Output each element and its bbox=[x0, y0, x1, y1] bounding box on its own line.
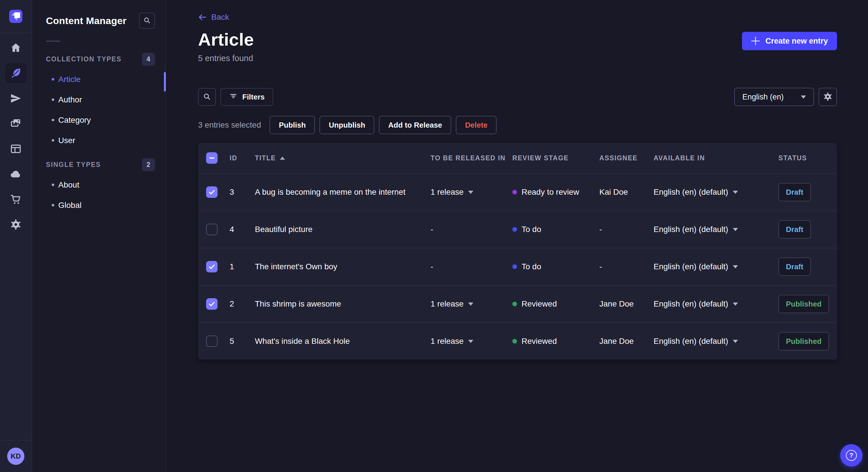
status-badge: Draft bbox=[778, 220, 811, 239]
cell-assignee: - bbox=[599, 262, 654, 271]
gear-icon bbox=[823, 92, 833, 102]
sidebar-item-label: Category bbox=[58, 115, 91, 125]
content-type-builder-icon bbox=[10, 143, 22, 155]
help-button[interactable]: ? bbox=[840, 444, 863, 467]
cell-review-stage: To do bbox=[513, 262, 599, 271]
row-checkbox[interactable] bbox=[206, 224, 218, 235]
rail-item-media-library[interactable] bbox=[5, 113, 26, 134]
main-nav-rail: KD bbox=[0, 0, 32, 472]
cell-released-in[interactable]: 1 release bbox=[431, 188, 513, 197]
row-checkbox[interactable] bbox=[206, 261, 218, 272]
unpublish-button[interactable]: Unpublish bbox=[319, 116, 374, 134]
cell-available-in[interactable]: English (en) (default) bbox=[654, 225, 778, 234]
sidebar-item-global[interactable]: Global bbox=[46, 195, 155, 215]
back-link[interactable]: Back bbox=[198, 12, 229, 22]
cell-released-in[interactable]: 1 release bbox=[431, 299, 513, 308]
cell-available-in[interactable]: English (en) (default) bbox=[654, 337, 778, 346]
status-badge: Published bbox=[778, 332, 829, 350]
sidebar-item-user[interactable]: User bbox=[46, 130, 155, 150]
sidebar-item-label: Article bbox=[58, 75, 81, 84]
selection-bar: 3 entries selected Publish Unpublish Add… bbox=[198, 116, 837, 134]
rail-item-cloud[interactable] bbox=[5, 164, 26, 184]
bullet-icon bbox=[52, 78, 54, 80]
row-checkbox[interactable] bbox=[206, 336, 218, 347]
cell-checkbox bbox=[206, 187, 229, 198]
select-all-checkbox[interactable] bbox=[206, 152, 218, 164]
cell-available-in[interactable]: English (en) (default) bbox=[654, 262, 778, 271]
header-status[interactable]: STATUS bbox=[778, 154, 829, 162]
rail-item-content-type-builder[interactable] bbox=[5, 139, 26, 159]
table-row[interactable]: 1The internet's Own boy-To do-English (e… bbox=[198, 248, 837, 285]
chevron-down-icon bbox=[468, 191, 473, 194]
app-logo[interactable] bbox=[0, 0, 32, 33]
bullet-icon bbox=[52, 119, 54, 121]
cell-title: What's inside a Black Hole bbox=[255, 337, 431, 346]
header-released[interactable]: TO BE RELEASED IN bbox=[431, 154, 513, 162]
table-header-row: ID TITLE TO BE RELEASED IN REVIEW STAGE … bbox=[198, 143, 837, 173]
rail-item-content-manager[interactable] bbox=[5, 63, 26, 83]
cell-id: 2 bbox=[229, 299, 255, 308]
locale-select[interactable]: English (en) bbox=[734, 88, 814, 106]
chevron-down-icon bbox=[801, 96, 806, 99]
main-content: Back Article Create new entry 5 entries … bbox=[166, 0, 868, 472]
create-entry-button[interactable]: Create new entry bbox=[742, 32, 837, 50]
sidebar-item-category[interactable]: Category bbox=[46, 110, 155, 130]
avatar[interactable]: KD bbox=[7, 448, 24, 465]
delete-button[interactable]: Delete bbox=[456, 116, 497, 134]
section-label: SINGLE TYPES bbox=[46, 161, 101, 169]
rail-item-settings[interactable] bbox=[5, 214, 26, 235]
filter-icon bbox=[229, 92, 238, 102]
header-id[interactable]: ID bbox=[229, 154, 255, 162]
cell-status: Published bbox=[778, 295, 829, 313]
available-in-value: English (en) (default) bbox=[654, 299, 728, 308]
filters-button[interactable]: Filters bbox=[220, 88, 273, 106]
cell-title: Beautiful picture bbox=[255, 225, 431, 234]
header-title[interactable]: TITLE bbox=[255, 154, 431, 162]
chevron-down-icon bbox=[468, 303, 473, 306]
header-available-in[interactable]: AVAILABLE IN bbox=[654, 154, 778, 162]
cell-available-in[interactable]: English (en) (default) bbox=[654, 299, 778, 308]
cell-review-stage: Reviewed bbox=[513, 299, 599, 308]
cell-released-in[interactable]: 1 release bbox=[431, 337, 513, 346]
entries-count-subtitle: 5 entries found bbox=[198, 54, 837, 63]
rail-item-releases[interactable] bbox=[5, 88, 26, 108]
table-row[interactable]: 2This shrimp is awesome1 releaseReviewed… bbox=[198, 285, 837, 322]
section-count-badge: 2 bbox=[142, 158, 155, 171]
view-settings-button[interactable] bbox=[818, 88, 837, 106]
chevron-down-icon bbox=[733, 303, 738, 306]
cell-released-in: - bbox=[431, 262, 513, 271]
stage-dot bbox=[513, 302, 517, 306]
cell-title: The internet's Own boy bbox=[255, 262, 431, 271]
indeterminate-icon bbox=[209, 158, 214, 159]
header-assignee[interactable]: ASSIGNEE bbox=[599, 154, 654, 162]
table-row[interactable]: 4Beautiful picture-To do-English (en) (d… bbox=[198, 210, 837, 248]
table-search-button[interactable] bbox=[198, 88, 216, 106]
sidebar-item-label: Author bbox=[58, 95, 82, 104]
content-manager-icon bbox=[10, 67, 22, 79]
row-checkbox[interactable] bbox=[206, 298, 218, 310]
table-row[interactable]: 3A bug is becoming a meme on the interne… bbox=[198, 173, 837, 210]
cell-available-in[interactable]: English (en) (default) bbox=[654, 188, 778, 197]
header-review-stage[interactable]: REVIEW STAGE bbox=[513, 154, 599, 162]
add-to-release-button[interactable]: Add to Release bbox=[379, 116, 451, 134]
available-in-value: English (en) (default) bbox=[654, 225, 728, 234]
sidebar-section: COLLECTION TYPES4ArticleAuthorCategoryUs… bbox=[46, 53, 155, 150]
section-label: COLLECTION TYPES bbox=[46, 55, 121, 63]
cell-title: This shrimp is awesome bbox=[255, 299, 431, 308]
sidebar-item-author[interactable]: Author bbox=[46, 90, 155, 110]
rail-item-marketplace[interactable] bbox=[5, 189, 26, 209]
cell-status: Published bbox=[778, 332, 829, 350]
marketplace-icon bbox=[10, 193, 22, 205]
chevron-down-icon bbox=[733, 191, 738, 194]
sidebar-item-article[interactable]: Article bbox=[46, 69, 155, 90]
sidebar-search-button[interactable] bbox=[139, 12, 155, 29]
sidebar-item-label: User bbox=[58, 136, 75, 145]
sidebar-item-about[interactable]: About bbox=[46, 175, 155, 195]
table-row[interactable]: 5What's inside a Black Hole1 releaseRevi… bbox=[198, 322, 837, 360]
row-checkbox[interactable] bbox=[206, 187, 218, 198]
content-manager-sidebar: Content Manager COLLECTION TYPES4Article… bbox=[32, 0, 166, 472]
rail-item-home[interactable] bbox=[5, 38, 26, 58]
sidebar-item-label: About bbox=[58, 180, 79, 190]
stage-dot bbox=[513, 264, 517, 269]
publish-button[interactable]: Publish bbox=[270, 116, 315, 134]
